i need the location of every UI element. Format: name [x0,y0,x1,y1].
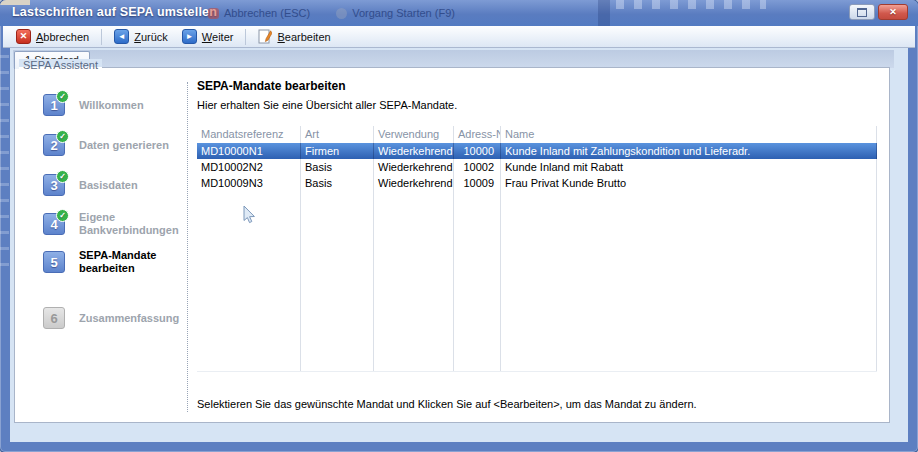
check-icon: ✓ [56,130,69,143]
step-6-badge: 6 [43,307,65,329]
step-1-badge: 1 ✓ [43,94,65,116]
background-window-toolbar: Abbrechen (ESC) Vorgang Starten (F9) [208,7,455,19]
next-icon: ► [182,29,197,44]
toolbar: ✕ Abbrechen ◄ Zurück ► Weiter Bearbeiten [3,26,915,48]
background-window-edge [598,0,610,26]
wizard-steps: 1 ✓ Willkommen 2 ✓ Daten generieren 3 ✓ [43,94,195,329]
zurueck-label: Zurück [134,31,168,43]
step-basisdaten[interactable]: 3 ✓ Basisdaten [43,174,195,196]
close-icon: ✕ [889,7,897,17]
abbrechen-button[interactable]: ✕ Abbrechen [9,28,96,45]
cell-name: Kunde Inland mit Rabatt [501,159,877,175]
table-header-row: Mandatsreferenz Art Verwendung Adress-Nr… [197,126,877,143]
content-heading: SEPA-Mandate bearbeiten [197,79,345,93]
column-header-name[interactable]: Name [501,126,877,143]
cell-name: Frau Privat Kunde Brutto [501,175,877,191]
instruction-text: Selektieren Sie das gewünschte Mandat un… [197,398,697,410]
restore-icon [857,8,867,17]
step-label: Willkommen [79,99,193,112]
mandate-table: Mandatsreferenz Art Verwendung Adress-Nr… [197,126,877,372]
mouse-cursor [243,206,256,224]
toolbar-separator [101,29,102,45]
step-label: SEPA-Mandate bearbeiten [79,249,193,275]
weiter-button[interactable]: ► Weiter [175,28,241,45]
background-abort-item: Abbrechen (ESC) [208,7,310,19]
step-eigene-bankverbindungen[interactable]: 4 ✓ Eigene Bankverbindungen [43,209,195,239]
toolbar-separator [245,29,246,45]
background-start-icon [336,8,347,19]
step-sepa-mandate-bearbeiten[interactable]: 5 SEPA-Mandate bearbeiten [43,247,195,277]
background-window-texture [616,0,766,9]
cell-art: Firmen [301,143,374,159]
step-label: Eigene Bankverbindungen [79,211,193,237]
cell-art: Basis [301,175,374,191]
title-bar[interactable]: Lastschriften auf SEPA umstellen Abbrech… [0,0,918,26]
check-icon: ✓ [56,170,69,183]
cell-adress-nr: 10000 [454,143,501,159]
cancel-icon: ✕ [16,29,31,44]
step-label: Daten generieren [79,139,193,152]
tab-strip: 1 Standard [13,50,894,68]
restore-button[interactable] [849,4,875,20]
background-start-label: Vorgang Starten (F9) [352,7,455,19]
cell-name: Kunde Inland mit Zahlungskondition und L… [501,143,877,159]
cell-verwendung: Wiederkehrend [374,175,454,191]
cell-mandatsreferenz: MD10002N2 [197,159,301,175]
window-controls: ✕ [849,4,908,20]
background-start-item: Vorgang Starten (F9) [336,7,455,19]
cell-adress-nr: 10002 [454,159,501,175]
check-icon: ✓ [56,90,69,103]
step-3-badge: 3 ✓ [43,174,65,196]
bearbeiten-button[interactable]: Bearbeiten [251,28,337,45]
window-title: Lastschriften auf SEPA umstellen [12,5,217,19]
step-label: Zusammenfassung [79,312,193,325]
check-icon: ✓ [56,209,69,222]
step-4-badge: 4 ✓ [43,213,65,235]
step-zusammenfassung: 6 Zusammenfassung [43,307,195,329]
step-daten-generieren[interactable]: 2 ✓ Daten generieren [43,134,195,156]
cell-art: Basis [301,159,374,175]
cell-verwendung: Wiederkehrend [374,143,454,159]
background-abort-label: Abbrechen (ESC) [224,7,310,19]
step-5-badge: 5 [43,251,65,273]
table-empty-area [197,191,877,372]
column-header-art[interactable]: Art [301,126,374,143]
sidebar-separator [187,82,188,412]
step-content: SEPA-Mandate bearbeiten Hier erhalten Si… [197,68,883,422]
weiter-label: Weiter [202,31,234,43]
dialog-window: Lastschriften auf SEPA umstellen Abbrech… [0,0,918,452]
table-row[interactable]: MD10000N1 Firmen Wiederkehrend 10000 Kun… [197,143,877,159]
table-row[interactable]: MD10002N2 Basis Wiederkehrend 10002 Kund… [197,159,877,175]
zurueck-button[interactable]: ◄ Zurück [107,28,175,45]
column-header-verwendung[interactable]: Verwendung [374,126,454,143]
cell-verwendung: Wiederkehrend [374,159,454,175]
background-cancel-icon [208,8,219,19]
step-label: Basisdaten [79,179,193,192]
cell-mandatsreferenz: MD10009N3 [197,175,301,191]
abbrechen-label: Abbrechen [36,31,89,43]
table-row[interactable]: MD10009N3 Basis Wiederkehrend 10009 Frau… [197,175,877,191]
step-number: 5 [50,255,57,270]
groupbox-label: SEPA Assistent [19,59,102,72]
close-button[interactable]: ✕ [878,4,908,20]
step-number: 6 [50,311,57,326]
content-subheading: Hier erhalten Sie eine Übersicht aller S… [197,99,457,111]
edit-icon [258,29,272,44]
wizard-panel: 1 ✓ Willkommen 2 ✓ Daten generieren 3 ✓ [14,67,890,423]
bearbeiten-label: Bearbeiten [277,31,330,43]
back-icon: ◄ [114,29,129,44]
column-header-mandatsreferenz[interactable]: Mandatsreferenz [197,126,301,143]
dialog-body: 1 Standard SEPA Assistent 1 ✓ Willkommen… [10,48,908,442]
cell-adress-nr: 10009 [454,175,501,191]
background-window-fragment [0,0,30,5]
background-window-left-bleed [0,55,9,270]
cell-mandatsreferenz: MD10000N1 [197,143,301,159]
column-header-adress-nr[interactable]: Adress-Nr. [454,126,501,143]
step-2-badge: 2 ✓ [43,134,65,156]
step-willkommen[interactable]: 1 ✓ Willkommen [43,94,195,116]
